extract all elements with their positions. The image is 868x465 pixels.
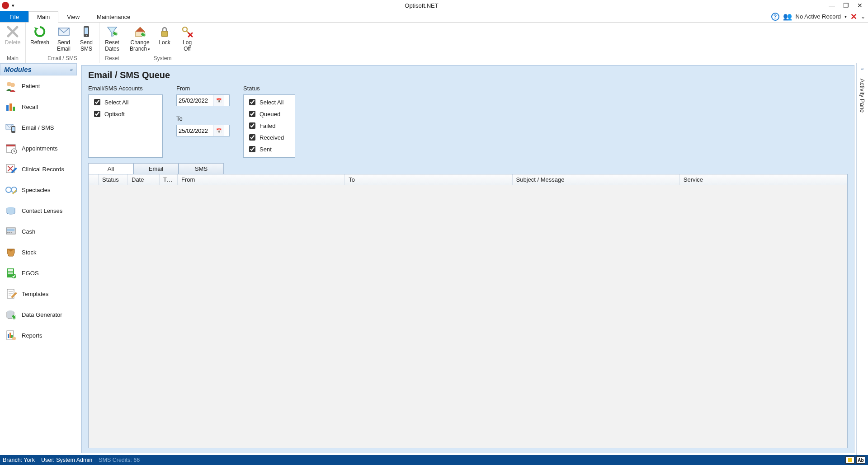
status-option[interactable]: Failed	[247, 121, 291, 130]
svg-rect-24	[7, 229, 14, 231]
checkbox[interactable]	[249, 99, 255, 105]
status-option[interactable]: Queued	[247, 109, 291, 118]
module-icon	[5, 225, 17, 238]
checkbox[interactable]	[249, 146, 255, 152]
from-label: From	[176, 85, 230, 92]
ribbon-collapse-icon[interactable]: ⌄	[861, 14, 865, 20]
maximize-icon[interactable]: ❐	[843, 2, 849, 9]
sidebar-item-cash[interactable]: Cash	[0, 221, 77, 242]
branch-label: Branch:	[3, 457, 22, 463]
from-date-field[interactable]: 📅	[176, 94, 230, 106]
ribbon-group-reset: Reset Dates Reset	[99, 23, 125, 63]
refresh-icon	[33, 24, 47, 39]
grid-column-header[interactable]: Date	[128, 174, 160, 185]
svg-rect-27	[11, 232, 12, 233]
close-icon[interactable]: ✕	[857, 2, 863, 9]
users-icon: 👥	[783, 12, 792, 21]
to-date-input[interactable]	[177, 127, 213, 134]
sidebar-item-recall[interactable]: Recall	[0, 96, 77, 117]
grid-column-header[interactable]: From	[178, 174, 345, 185]
status-indicator-ab[interactable]: Ab	[856, 456, 865, 464]
sidebar-item-email-sms[interactable]: Email / SMS	[0, 117, 77, 138]
record-dropdown-icon[interactable]: ▾	[844, 14, 847, 19]
minimize-icon[interactable]: —	[829, 2, 835, 9]
grid-column-header[interactable]: Subject / Message	[513, 174, 680, 185]
svg-rect-25	[7, 232, 9, 233]
grid-column-header[interactable]: Time	[160, 174, 178, 185]
lock-button[interactable]: Lock	[155, 23, 175, 47]
sidebar-item-spectacles[interactable]: Spectacles	[0, 179, 77, 200]
collapse-left-icon[interactable]: «	[70, 67, 73, 72]
status-option[interactable]: Select All	[247, 98, 291, 107]
collapse-right-icon[interactable]: «	[861, 66, 863, 71]
app-icon	[2, 2, 9, 9]
to-date-field[interactable]: 📅	[176, 125, 230, 136]
grid-tab-sms[interactable]: SMS	[179, 163, 224, 174]
grid-tab-all[interactable]: All	[88, 163, 133, 174]
option-label: Sent	[259, 146, 272, 153]
status-listbox[interactable]: Select AllQueuedFailedReceivedSent	[243, 94, 295, 158]
help-icon[interactable]: ?	[771, 13, 779, 21]
sidebar-item-label: Stock	[22, 249, 37, 256]
accounts-option[interactable]: Select All	[92, 98, 159, 107]
calendar-icon[interactable]: 📅	[213, 95, 224, 106]
status-option[interactable]: Received	[247, 133, 291, 142]
tab-main[interactable]: Main	[28, 11, 58, 23]
grid-column-header[interactable]: Service	[680, 174, 847, 185]
funnel-icon	[105, 24, 119, 39]
delete-icon	[5, 24, 20, 39]
sidebar-item-data-generator[interactable]: Data Generator	[0, 304, 77, 325]
module-icon	[5, 308, 17, 321]
grid-column-header[interactable]: To	[345, 174, 512, 185]
modules-header[interactable]: Modules «	[0, 63, 77, 75]
grid-column-header[interactable]: Status	[99, 174, 128, 185]
sidebar-item-stock[interactable]: Stock	[0, 242, 77, 263]
from-date-input[interactable]	[177, 97, 213, 104]
log-off-button[interactable]: Log Off	[177, 23, 197, 53]
accounts-option[interactable]: Optisoft	[92, 109, 159, 118]
checkbox[interactable]	[249, 122, 255, 129]
record-close-icon[interactable]: ✕	[850, 12, 857, 22]
status-option[interactable]: Sent	[247, 145, 291, 154]
reset-dates-button[interactable]: Reset Dates	[102, 23, 122, 53]
sidebar-item-patient[interactable]: Patient	[0, 75, 77, 96]
grid-tab-email[interactable]: Email	[133, 163, 179, 174]
status-bar: Branch: York User: System Admin SMS Cred…	[0, 455, 868, 465]
checkbox[interactable]	[249, 134, 255, 141]
grid-body[interactable]	[89, 185, 847, 448]
sidebar-item-clinical-records[interactable]: Clinical Records	[0, 159, 77, 179]
accounts-listbox[interactable]: Select AllOptisoft	[88, 94, 163, 158]
title-bar: ▾ Optisoft.NET — ❐ ✕	[0, 0, 868, 11]
sidebar-item-templates[interactable]: Templates	[0, 283, 77, 304]
checkbox[interactable]	[94, 111, 100, 117]
option-label: Failed	[259, 122, 275, 129]
sidebar-item-appointments[interactable]: Appointments	[0, 138, 77, 159]
send-email-button[interactable]: Send Email	[54, 23, 74, 53]
sidebar-item-label: EGOS	[22, 270, 39, 277]
status-indicator-yellow[interactable]	[845, 456, 854, 464]
sidebar-item-label: Spectacles	[22, 187, 51, 193]
checkbox[interactable]	[249, 111, 255, 117]
svg-rect-26	[9, 232, 10, 233]
sidebar-item-contact-lenses[interactable]: Contact Lenses	[0, 200, 77, 221]
tab-view[interactable]: View	[58, 11, 88, 22]
option-label: Select All	[104, 99, 128, 106]
svg-rect-10	[6, 105, 9, 111]
activity-pane[interactable]: « Activity Pane	[856, 63, 868, 455]
change-branch-button[interactable]: Change Branch▾	[128, 23, 152, 53]
tab-file[interactable]: File	[0, 11, 28, 22]
grid: StatusDateTimeFromToSubject / MessageSer…	[88, 174, 848, 448]
svg-rect-17	[6, 145, 15, 146]
sidebar-item-egos[interactable]: EGOS	[0, 263, 77, 283]
calendar-icon[interactable]: 📅	[213, 125, 224, 136]
svg-rect-39	[11, 335, 13, 338]
tab-maintenance[interactable]: Maintenance	[88, 11, 139, 22]
sidebar-item-label: Recall	[22, 103, 38, 110]
refresh-button[interactable]: Refresh	[28, 23, 51, 47]
sidebar-item-reports[interactable]: Reports	[0, 325, 77, 346]
send-sms-button[interactable]: Send SMS	[76, 23, 96, 53]
active-record-label[interactable]: No Active Record	[796, 13, 841, 20]
svg-rect-30	[8, 272, 13, 272]
menu-bar: File Main View Maintenance ? 👥 No Active…	[0, 11, 868, 23]
checkbox[interactable]	[94, 99, 100, 105]
